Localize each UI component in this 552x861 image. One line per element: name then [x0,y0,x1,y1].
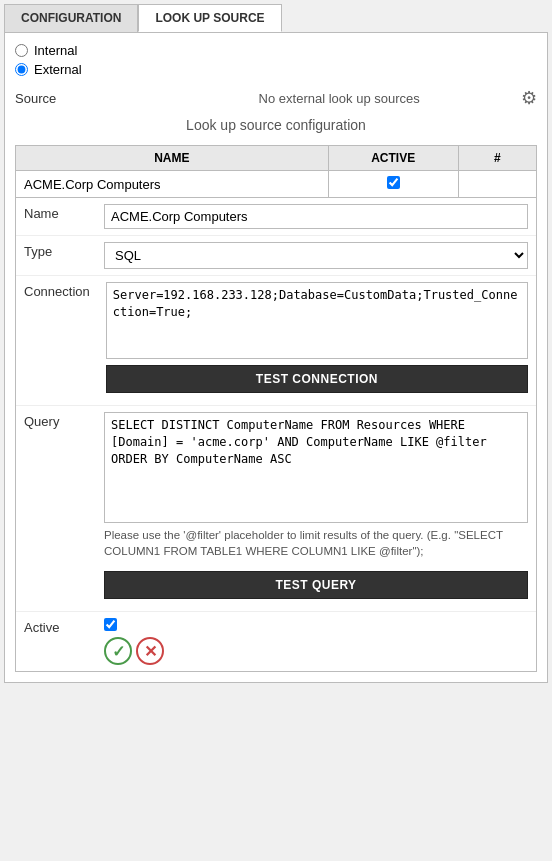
name-value [96,198,536,235]
query-label: Query [16,406,96,611]
tab-configuration[interactable]: CONFIGURATION [4,4,138,32]
name-row: Name [16,198,536,236]
col-header-active: ACTIVE [328,146,458,171]
radio-group: Internal External [15,43,537,77]
tab-bar: CONFIGURATION LOOK UP SOURCE [4,4,548,33]
gear-icon[interactable]: ⚙ [521,87,537,109]
tab-lookup-source[interactable]: LOOK UP SOURCE [138,4,281,32]
active-checkbox[interactable] [104,618,117,631]
query-textarea[interactable]: SELECT DISTINCT ComputerName FROM Resour… [104,412,528,523]
connection-textarea[interactable]: Server=192.168.233.128;Database=CustomDa… [106,282,528,359]
radio-external-label: External [34,62,82,77]
connection-value: Server=192.168.233.128;Database=CustomDa… [98,276,536,405]
query-row: Query SELECT DISTINCT ComputerName FROM … [16,406,536,612]
type-select[interactable]: SQL [104,242,528,269]
col-header-hash: # [458,146,536,171]
no-sources-text: No external look up sources [259,91,420,106]
row-active-checkbox[interactable] [387,176,400,189]
type-label: Type [16,236,96,275]
save-button[interactable]: ✓ [104,637,132,665]
test-query-button[interactable]: TEST QUERY [104,571,528,599]
connection-label: Connection [16,276,98,405]
name-label: Name [16,198,96,235]
name-input[interactable] [104,204,528,229]
source-row: Source No external look up sources ⚙ [15,87,537,109]
row-name: ACME.Corp Computers [16,171,329,198]
cancel-button[interactable]: ✕ [136,637,164,665]
main-content: Internal External Source No external loo… [4,32,548,683]
row-hash [458,171,536,198]
type-row: Type SQL [16,236,536,276]
active-label: Active [16,612,96,671]
connection-row: Connection Server=192.168.233.128;Databa… [16,276,536,406]
col-header-name: NAME [16,146,329,171]
radio-external[interactable]: External [15,62,537,77]
source-label: Source [15,91,56,106]
lookup-title: Look up source configuration [15,117,537,133]
active-control-row [104,618,528,631]
query-hint: Please use the '@filter' placeholder to … [104,527,528,559]
cancel-icon: ✕ [144,642,157,661]
detail-section: Name Type SQL Connection Server=192.168. [15,198,537,672]
action-icons: ✓ ✕ [104,637,528,665]
window: CONFIGURATION LOOK UP SOURCE Internal Ex… [0,0,552,687]
type-value: SQL [96,236,536,275]
radio-internal-label: Internal [34,43,77,58]
active-row: Active ✓ ✕ [16,612,536,671]
radio-internal[interactable]: Internal [15,43,537,58]
radio-internal-input[interactable] [15,44,28,57]
source-table: NAME ACTIVE # ACME.Corp Computers [15,145,537,198]
active-value: ✓ ✕ [96,612,536,671]
row-active[interactable] [328,171,458,198]
query-value: SELECT DISTINCT ComputerName FROM Resour… [96,406,536,611]
save-icon: ✓ [112,642,125,661]
table-row[interactable]: ACME.Corp Computers [16,171,537,198]
radio-external-input[interactable] [15,63,28,76]
test-connection-button[interactable]: TEST CONNECTION [106,365,528,393]
